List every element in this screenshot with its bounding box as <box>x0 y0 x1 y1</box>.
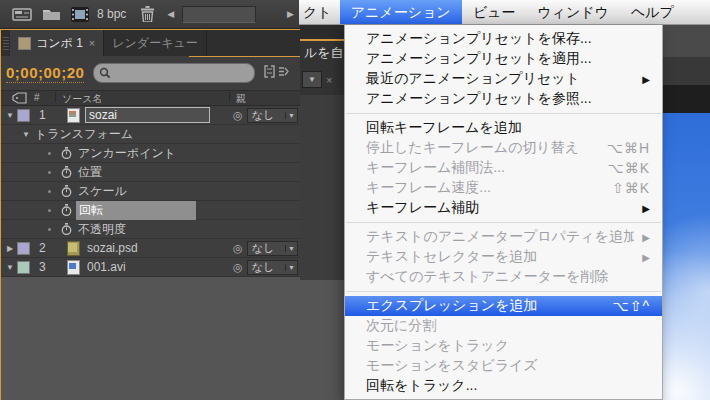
animation-menu-dropdown: アニメーションプリセットを保存...アニメーションプリセットを適用...最近のア… <box>344 25 663 400</box>
parent-dropdown-value: なし <box>248 260 285 275</box>
menu-item[interactable]: 回転キーフレームを追加 <box>345 118 662 138</box>
menu-item[interactable]: キーフレーム補助▶ <box>345 198 662 218</box>
layer-color-swatch[interactable] <box>17 261 30 274</box>
menubar-item[interactable]: ヘルプ <box>620 0 685 24</box>
stopwatch-icon[interactable] <box>61 185 72 198</box>
current-time-display[interactable]: 0;00;00;20 <box>6 64 84 83</box>
property-label[interactable]: 不透明度 <box>78 221 126 238</box>
menu-item: 停止したキーフレームの切り替え⌥⌘H <box>345 138 662 158</box>
menubar-item[interactable]: クト <box>299 0 340 24</box>
property-row[interactable]: 回転 <box>1 201 300 220</box>
disclosure-triangle[interactable]: ▼ <box>5 111 15 120</box>
column-divider[interactable] <box>229 92 230 102</box>
menu-item[interactable]: アニメーションプリセットを保存... <box>345 29 662 49</box>
source-name[interactable]: 001.avi <box>87 260 126 274</box>
trash-icon[interactable] <box>140 6 155 22</box>
property-row[interactable]: 位置 <box>1 163 300 182</box>
parent-dropdown[interactable]: なし▼ <box>247 108 298 123</box>
property-label[interactable]: 位置 <box>78 164 102 181</box>
stopwatch-icon[interactable] <box>61 204 72 217</box>
stopwatch-icon[interactable] <box>61 166 72 179</box>
layer-row[interactable]: ▼1sozai◎なし▼ <box>1 106 300 125</box>
tab-render-queue[interactable]: レンダーキュー <box>104 30 206 56</box>
disclosure-triangle[interactable]: ▼ <box>5 263 15 272</box>
stopwatch-icon[interactable] <box>61 147 72 160</box>
menu-item[interactable]: 回転をトラック... <box>345 376 662 396</box>
layer-number: 1 <box>39 108 53 122</box>
menu-separator <box>346 222 661 223</box>
disclosure-triangle[interactable]: ▼ <box>21 130 31 139</box>
layer-row[interactable]: ▶2sozai.psd◎なし▼ <box>1 239 300 258</box>
menu-item-label: キーフレーム速度... <box>366 179 604 197</box>
background-close-icon[interactable]: × <box>326 74 332 86</box>
parent-dropdown-value: なし <box>248 108 285 123</box>
column-divider[interactable] <box>55 92 56 102</box>
background-panel-edge <box>300 25 344 39</box>
prev-arrow-icon[interactable]: ◀ <box>167 9 174 19</box>
background-dropdown-button[interactable]: ▼ <box>302 71 322 88</box>
menu-item[interactable]: アニメーションプリセットを適用... <box>345 49 662 69</box>
property-group-row[interactable]: ▼トランスフォーム <box>1 125 300 144</box>
stopwatch-icon[interactable] <box>61 223 72 236</box>
project-flowchart-icon[interactable] <box>12 7 32 22</box>
parent-pickwhip-icon[interactable]: ◎ <box>233 242 243 255</box>
column-source-name[interactable]: ソース名 <box>62 92 102 106</box>
keyframe-navigator-dot[interactable] <box>48 152 51 155</box>
tag-icon[interactable] <box>12 92 27 106</box>
parent-pickwhip-icon[interactable]: ◎ <box>233 261 243 274</box>
comp-mini-flowchart-icon[interactable] <box>264 64 290 82</box>
next-arrow-icon[interactable]: ▶ <box>287 9 294 19</box>
column-number[interactable]: # <box>34 92 40 103</box>
menubar-item[interactable]: アニメーション <box>340 0 462 24</box>
menubar-item[interactable]: ビュー <box>462 0 527 24</box>
property-label[interactable]: 回転 <box>76 201 196 220</box>
menu-item-label: 停止したキーフレームの切り替え <box>366 139 599 157</box>
keyframe-navigator-dot[interactable] <box>48 171 51 174</box>
submenu-arrow-icon: ▶ <box>642 203 650 214</box>
layer-row[interactable]: ▼3001.avi◎なし▼ <box>1 258 300 277</box>
source-name[interactable]: sozai <box>85 107 210 123</box>
panel-grip-handle[interactable] <box>3 35 9 51</box>
parent-pickwhip-icon[interactable]: ◎ <box>233 109 243 122</box>
column-parent[interactable]: 親 <box>236 92 246 106</box>
column-header-row: # ソース名 親 <box>1 91 300 106</box>
property-label[interactable]: スケール <box>78 183 127 200</box>
background-band-dark <box>663 57 710 85</box>
property-row[interactable]: スケール <box>1 182 300 201</box>
property-row[interactable]: 不透明度 <box>1 220 300 239</box>
menu-item: モーションをスタビライズ <box>345 356 662 376</box>
keyframe-navigator-dot[interactable] <box>48 190 51 193</box>
bit-depth-label[interactable]: 8 bpc <box>97 7 126 21</box>
menu-separator <box>346 291 661 292</box>
property-label[interactable]: アンカーポイント <box>78 145 176 162</box>
menu-item: キーフレーム速度...⇧⌘K <box>345 178 662 198</box>
menu-item[interactable]: 最近のアニメーションプリセット▶ <box>345 69 662 89</box>
footage-icon[interactable] <box>71 7 89 22</box>
menu-item[interactable]: アニメーションプリセットを参照... <box>345 89 662 109</box>
disclosure-triangle[interactable]: ▶ <box>5 244 15 253</box>
menu-item[interactable]: エクスプレッションを追加⌥⇧^ <box>345 296 662 316</box>
focus-border-segment <box>189 56 300 57</box>
search-input[interactable] <box>93 63 255 83</box>
menu-item: モーションをトラック <box>345 336 662 356</box>
layer-color-swatch[interactable] <box>17 109 30 122</box>
keyframe-navigator-dot[interactable] <box>48 209 51 212</box>
parent-dropdown[interactable]: なし▼ <box>247 241 298 256</box>
property-row[interactable]: アンカーポイント <box>1 144 300 163</box>
menu-item: テキストのアニメータープロパティを追加▶ <box>345 227 662 247</box>
tab-close-icon[interactable]: × <box>89 37 95 49</box>
keyframe-navigator-dot[interactable] <box>48 228 51 231</box>
layer-number: 3 <box>39 260 53 274</box>
group-label: トランスフォーム <box>35 126 133 143</box>
menu-item: 次元に分割 <box>345 316 662 336</box>
folder-icon[interactable] <box>42 7 61 21</box>
chevron-down-icon: ▼ <box>285 264 297 271</box>
tab-comp-1[interactable]: コンポ 1 × <box>10 30 104 56</box>
layer-color-swatch[interactable] <box>17 242 30 255</box>
menubar-item[interactable]: ウィンドウ <box>526 0 620 24</box>
parent-dropdown[interactable]: なし▼ <box>247 260 298 275</box>
submenu-arrow-icon: ▶ <box>642 74 650 85</box>
menu-item-shortcut: ⌥⌘K <box>608 160 650 176</box>
source-name[interactable]: sozai.psd <box>87 241 138 255</box>
menu-item-label: すべてのテキストアニメーターを削除 <box>366 268 650 286</box>
